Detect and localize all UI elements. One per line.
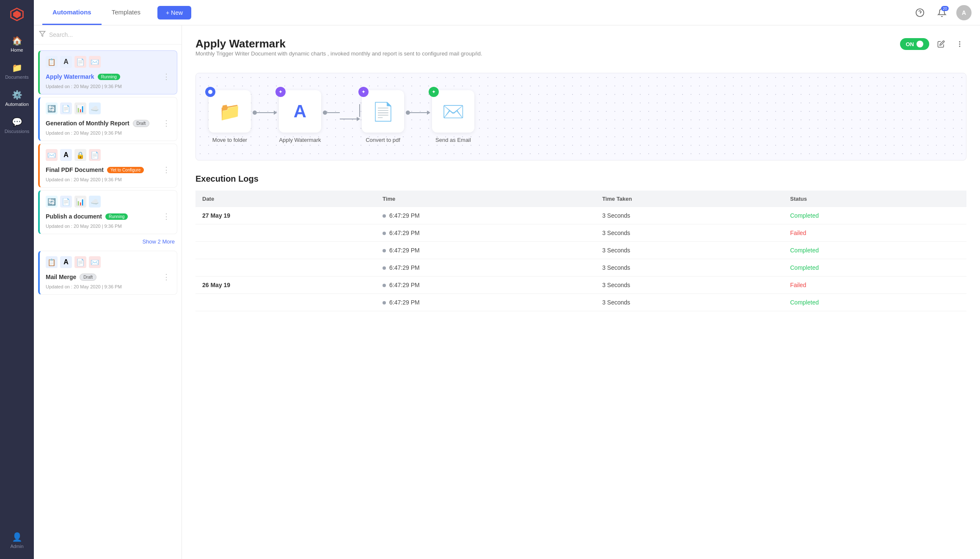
card-title-row: Publish a document Running [46, 213, 128, 220]
sidebar-label-automation: Automation [5, 102, 29, 107]
flow-node-label-2: Apply Watermark [279, 137, 321, 143]
card-icon-chart: 📊 [74, 102, 86, 114]
tab-templates[interactable]: Templates [102, 0, 151, 25]
status-badge-running2: Running [105, 213, 128, 220]
card-header: Apply Watermark Running ⋮ [46, 71, 171, 82]
more-options-button[interactable] [953, 37, 966, 51]
card-menu-mail-merge[interactable]: ⋮ [162, 271, 171, 282]
col-header-time-taken: Time Taken [595, 191, 783, 207]
card-icon-pdf: 📄 [74, 56, 86, 68]
svg-marker-1 [13, 11, 21, 18]
automation-card-final-pdf[interactable]: ✉️ A 🔒 📄 Final PDF Document Yet to Confi… [38, 144, 177, 188]
sidebar-label-documents: Documents [5, 75, 29, 80]
new-button[interactable]: + New [157, 6, 191, 19]
log-time-taken: 3 Seconds [595, 207, 783, 224]
log-status: Completed [790, 264, 819, 271]
sidebar-item-discussions[interactable]: 💬 Discussions [0, 112, 34, 139]
svg-point-5 [959, 42, 960, 42]
card-menu-final-pdf[interactable]: ⋮ [162, 164, 171, 175]
node-icon-4: ✉️ [442, 101, 464, 122]
card-date-apply-watermark: Updated on : 20 May 2020 | 9:36 PM [46, 84, 171, 89]
node-badge-3: ✦ [358, 87, 369, 97]
card-icon-gmail3: ✉️ [89, 256, 101, 268]
automation-card-apply-watermark[interactable]: 📋 A 📄 ✉️ Apply Watermark Running ⋮ Updat… [38, 50, 177, 94]
automation-card-mail-merge[interactable]: 📋 A 📄 ✉️ Mail Merge Draft ⋮ Updated on :… [38, 251, 177, 295]
main-layout: Automations Templates + New [34, 0, 980, 559]
card-title-publish: Publish a document [46, 213, 102, 220]
show-more-button[interactable]: Show 2 More [34, 237, 182, 248]
table-row: 6:47:29 PM3 SecondsCompleted [195, 242, 966, 259]
card-title-mail-merge: Mail Merge [46, 274, 76, 280]
log-time-taken: 3 Seconds [595, 294, 783, 311]
card-icons: 📋 A 📄 ✉️ [46, 256, 171, 268]
card-icon-lock: 🔒 [74, 149, 86, 161]
user-avatar[interactable]: A [956, 5, 972, 20]
node-badge-2: ✦ [275, 87, 286, 97]
documents-icon: 📁 [12, 63, 22, 73]
card-icon-sync2: 🔄 [46, 196, 58, 208]
card-header: Generation of Monthly Report Draft ⋮ [46, 118, 171, 129]
card-icon-folder2: 📋 [46, 256, 58, 268]
sidebar-item-home[interactable]: 🏠 Home [0, 30, 34, 58]
flow-node-label-4: Send as Email [435, 137, 471, 143]
log-time: 6:47:29 PM [389, 212, 420, 219]
search-input[interactable] [49, 31, 176, 38]
card-menu-monthly-report[interactable]: ⋮ [162, 118, 171, 129]
tab-group: Automations Templates + New [42, 0, 191, 25]
flow-node-apply-watermark: ✦ A Apply Watermark [279, 90, 321, 143]
card-date-final-pdf: Updated on : 20 May 2020 | 9:36 PM [46, 177, 171, 182]
flow-node-box-3: ✦ 📄 [362, 90, 404, 133]
card-icons: ✉️ A 🔒 📄 [46, 149, 171, 161]
logs-table: Date Time Time Taken Status 27 May 196:4… [195, 191, 966, 311]
flow-nodes: 📁 Move to folder ✦ A [209, 90, 953, 143]
automation-card-publish[interactable]: 🔄 📄 📊 ☁️ Publish a document Running ⋮ Up… [38, 190, 177, 234]
sidebar-item-documents[interactable]: 📁 Documents [0, 58, 34, 85]
flow-connector-1 [253, 111, 277, 115]
card-icon-text: A [60, 56, 72, 68]
automation-card-monthly-report[interactable]: 🔄 📄 📊 ☁️ Generation of Monthly Report Dr… [38, 97, 177, 141]
admin-icon: 👤 [12, 532, 22, 542]
detail-panel: Apply Watermark Monthly Trigger Writer D… [182, 25, 980, 559]
sidebar-item-admin[interactable]: 👤 Admin [10, 527, 23, 554]
notification-badge: 20 [941, 6, 949, 11]
toggle-on-button[interactable]: ON [900, 38, 930, 50]
notification-icon-button[interactable]: 20 [934, 5, 950, 20]
tab-automations[interactable]: Automations [42, 0, 102, 25]
card-icons: 🔄 📄 📊 ☁️ [46, 196, 171, 208]
list-panel: 📋 A 📄 ✉️ Apply Watermark Running ⋮ Updat… [34, 25, 182, 559]
col-header-date: Date [195, 191, 376, 207]
sidebar-label-home: Home [11, 47, 23, 53]
card-icon-pdf2: 📄 [89, 149, 101, 161]
svg-marker-4 [39, 31, 45, 36]
flow-node-box-4: ✦ ✉️ [432, 90, 474, 133]
edit-button[interactable] [934, 37, 948, 51]
log-time: 6:47:29 PM [389, 264, 420, 271]
card-icon-cloud2: ☁️ [89, 196, 101, 208]
filter-icon[interactable] [39, 30, 46, 39]
card-icon-doc: 📄 [60, 102, 72, 114]
help-icon-button[interactable] [912, 5, 928, 20]
content-area: 📋 A 📄 ✉️ Apply Watermark Running ⋮ Updat… [34, 25, 980, 559]
log-time-taken: 3 Seconds [595, 242, 783, 259]
card-title-row: Apply Watermark Running [46, 73, 120, 80]
log-status: Failed [790, 230, 806, 236]
log-status: Completed [790, 212, 819, 219]
detail-actions: ON [900, 37, 967, 51]
svg-point-7 [959, 46, 960, 47]
card-menu-publish[interactable]: ⋮ [162, 211, 171, 222]
card-icon-cloud: ☁️ [89, 102, 101, 114]
card-title-row: Mail Merge Draft [46, 274, 96, 281]
card-icons: 📋 A 📄 ✉️ [46, 56, 171, 68]
flow-node-convert-pdf: ✦ 📄 Convert to pdf [362, 90, 404, 143]
card-icon-gmail2: ✉️ [46, 149, 58, 161]
sidebar-item-automation[interactable]: ⚙️ Automation [0, 85, 34, 112]
status-badge-draft: Draft [133, 120, 150, 127]
card-menu-apply-watermark[interactable]: ⋮ [162, 71, 171, 82]
table-row: 6:47:29 PM3 SecondsCompleted [195, 259, 966, 277]
card-icons: 🔄 📄 📊 ☁️ [46, 102, 171, 114]
flow-node-send-email: ✦ ✉️ Send as Email [432, 90, 474, 143]
log-time-taken: 3 Seconds [595, 224, 783, 242]
log-time: 6:47:29 PM [389, 299, 420, 306]
card-date-mail-merge: Updated on : 20 May 2020 | 9:36 PM [46, 284, 171, 289]
card-icon-sync: 🔄 [46, 102, 58, 114]
